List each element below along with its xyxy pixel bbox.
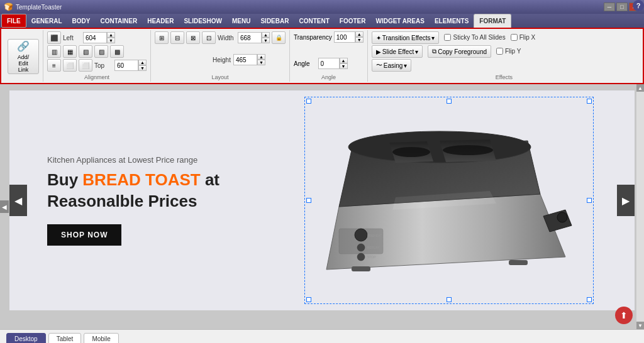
help-button[interactable]: ?	[633, 0, 644, 11]
menu-elements[interactable]: ELEMENTS	[430, 14, 474, 28]
align-btn9[interactable]: ⬜	[79, 59, 92, 72]
easing-label: Easing	[384, 62, 403, 69]
layout-label: Layout	[155, 73, 286, 80]
width-spinners: ▲ ▼	[262, 32, 270, 43]
menu-slideshow[interactable]: SLIDESHOW	[179, 14, 227, 28]
svg-point-5	[355, 229, 367, 241]
scroll-down-button[interactable]: ▼	[636, 322, 644, 329]
alignment-label: Alignment	[47, 73, 147, 80]
height-input[interactable]	[233, 54, 257, 65]
panel-toggle-button[interactable]: ◀	[0, 200, 9, 213]
menu-content[interactable]: CONTENT	[294, 14, 334, 28]
sticky-checkbox-wrap[interactable]: Sticky To All Slides	[444, 34, 505, 41]
menu-general[interactable]: GENERAL	[26, 14, 67, 28]
layout-btn3[interactable]: ⊠	[186, 31, 200, 44]
align-row2: ▥ ▦ ▧ ▨ ▩	[47, 45, 147, 58]
angle-label-text: Angle	[294, 60, 310, 67]
align-btn2[interactable]: ▥	[47, 45, 61, 58]
handle-middle-right[interactable]	[587, 198, 592, 203]
effects-row3: 〜 Easing ▾	[372, 59, 535, 72]
angle-row3: Angle ▲ ▼	[294, 58, 364, 69]
copy-foreground-button[interactable]: ⧉ Copy Foreground	[428, 45, 491, 58]
menu-file[interactable]: FILE	[1, 14, 26, 28]
menu-container[interactable]: CONTAINER	[95, 14, 142, 28]
menu-footer[interactable]: FOOTER	[335, 14, 371, 28]
menu-header[interactable]: HEADER	[142, 14, 179, 28]
flip-y-checkbox-wrap[interactable]: Flip Y	[496, 48, 521, 55]
flip-y-label: Flip Y	[505, 48, 521, 55]
svg-rect-12	[509, 260, 528, 265]
top-input[interactable]	[114, 60, 138, 71]
align-btn7[interactable]: ≡	[47, 59, 61, 72]
layout-btn4[interactable]: ⊡	[202, 31, 216, 44]
titlebar: 🍞 TemplateToaster ─ □ ✕	[0, 0, 644, 14]
transition-effects-button[interactable]: ✦ Transition Effects ▾	[372, 31, 440, 44]
link-icon: 🔗	[17, 40, 30, 52]
align-btn6[interactable]: ▩	[110, 45, 124, 58]
top-spin-down[interactable]: ▼	[138, 65, 147, 71]
left-spin-up[interactable]: ▲	[107, 32, 115, 38]
canvas-area: ◀ Kitchen Appliances at Lowest Price ran…	[0, 84, 644, 329]
transparency-input-wrap: ▲ ▼	[334, 31, 364, 43]
next-slide-button[interactable]: ▶	[617, 185, 635, 216]
top-spin-up[interactable]: ▲	[138, 60, 147, 65]
align-btn3[interactable]: ▦	[63, 45, 77, 58]
effects-row2: ▶ Slide Effect ▾ ⧉ Copy Foreground Flip …	[372, 45, 535, 58]
ribbon-section-link: 🔗 Add/Edit Link	[4, 30, 43, 82]
height-input-wrap: ▲ ▼	[233, 54, 265, 65]
align-left-button[interactable]: ⬛	[47, 31, 61, 44]
top-label: Top	[94, 62, 112, 69]
transparency-input[interactable]	[334, 31, 355, 43]
width-spin-up[interactable]: ▲	[262, 32, 270, 38]
width-input[interactable]	[238, 32, 262, 43]
minimize-button[interactable]: ─	[604, 3, 615, 11]
angle-input[interactable]	[318, 58, 340, 69]
width-spin-down[interactable]: ▼	[262, 38, 270, 43]
slide-label: Slide Effect	[382, 48, 414, 55]
height-spin-down[interactable]: ▼	[257, 60, 265, 65]
shop-now-button[interactable]: SHOP NOW	[47, 224, 121, 246]
tab-tablet[interactable]: Tablet	[48, 333, 82, 343]
handle-top-right[interactable]	[587, 99, 592, 104]
menu-widget-areas[interactable]: WIDGET AREAS	[370, 14, 429, 28]
angle-spin-up[interactable]: ▲	[340, 58, 348, 63]
tab-desktop[interactable]: Desktop	[6, 333, 46, 343]
lock-ratio-btn[interactable]: 🔒	[272, 31, 286, 44]
align-btn4[interactable]: ▧	[79, 45, 92, 58]
flip-x-checkbox-wrap[interactable]: Flip X	[511, 34, 536, 41]
copy-fg-icon: ⧉	[432, 48, 436, 55]
scroll-up-button[interactable]: ▲	[636, 84, 644, 92]
transparency-spin-down[interactable]: ▼	[355, 37, 364, 43]
transparency-label: Transparency	[294, 34, 332, 41]
tab-mobile[interactable]: Mobile	[84, 333, 118, 343]
handle-bottom-left[interactable]	[306, 297, 311, 302]
easing-button[interactable]: 〜 Easing ▾	[372, 59, 412, 72]
sticky-checkbox[interactable]	[444, 34, 451, 41]
menu-body[interactable]: BODY	[67, 14, 96, 28]
align-btn8[interactable]: ⬜	[63, 59, 77, 72]
menu-sidebar[interactable]: SIDEBAR	[255, 14, 294, 28]
angle-spin-down[interactable]: ▼	[340, 63, 348, 69]
transparency-spin-up[interactable]: ▲	[355, 31, 364, 37]
align-btn5[interactable]: ▨	[94, 45, 108, 58]
restore-button[interactable]: □	[616, 3, 628, 11]
layout-btn1[interactable]: ⊞	[155, 31, 169, 44]
handle-bottom-right[interactable]	[587, 297, 592, 302]
scroll-to-top-button[interactable]: ⬆	[615, 307, 633, 324]
slide-effect-button[interactable]: ▶ Slide Effect ▾	[372, 45, 423, 58]
layout-btn2[interactable]: ⊟	[170, 31, 184, 44]
flip-x-label: Flip X	[519, 34, 536, 41]
flip-y-checkbox[interactable]	[496, 48, 503, 55]
app-icon: 🍞	[4, 3, 13, 11]
angle-controls: Transparency ▲ ▼ Angle ▲ ▼	[294, 31, 364, 73]
prev-slide-button[interactable]: ◀	[9, 185, 27, 216]
menu-menu[interactable]: MENU	[227, 14, 255, 28]
handle-bottom-middle[interactable]	[447, 297, 452, 302]
add-edit-link-button[interactable]: 🔗 Add/Edit Link	[8, 39, 39, 74]
menu-format[interactable]: FORMAT	[474, 14, 511, 28]
left-spin-down[interactable]: ▼	[107, 38, 115, 43]
height-spinners: ▲ ▼	[257, 54, 265, 65]
height-spin-up[interactable]: ▲	[257, 54, 265, 60]
left-input[interactable]	[83, 32, 107, 43]
flip-x-checkbox[interactable]	[511, 34, 518, 41]
